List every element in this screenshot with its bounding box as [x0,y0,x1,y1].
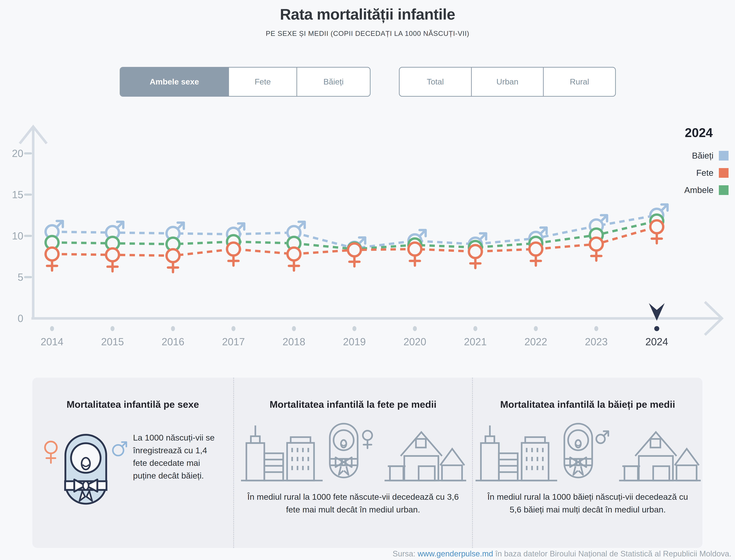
year-dot [352,326,356,331]
page-title: Rata mortalității infantile [0,5,735,23]
marker-male-2021 [469,233,486,251]
x-axis-label-2018: 2018 [270,336,317,348]
series-line-Ambele [52,221,657,249]
source-note: Sursa: www.genderpulse.md în baza datelo… [393,549,731,558]
card-girls-by-medium: Mortalitatea infantilă la fete pe medii [233,378,472,548]
legend-label: Băieți [692,151,713,161]
x-axis-label-2019: 2019 [331,336,378,348]
swaddled-baby-icon [330,424,372,477]
both-color-swatch [719,185,729,195]
year-dot [171,326,175,331]
sex-filter-group: Ambele sexe Fete Băieți [120,67,371,97]
genderpulse-infant-mortality-page: Rata mortalității infantile PE SEXE ȘI M… [0,0,735,560]
y-axis-arrow [20,127,47,143]
marker-circle-2021 [469,241,482,254]
page-subtitle: PE SEXE ȘI MEDII (COPII DECEDAȚI LA 1000… [0,30,735,37]
card-title: Mortalitatea infantilă la fete pe medii [234,399,472,410]
card-text: La 1000 născuți-vii se înregistrează cu … [133,431,223,517]
medium-filter-urban[interactable]: Urban [471,68,543,96]
marker-male-2018 [287,222,305,239]
marker-circle-2018 [287,237,300,250]
medium-filter-group: Total Urban Rural [399,67,616,97]
card-boys-by-medium: Mortalitatea infantilă la băieți pe medi… [472,378,703,548]
year-dot [534,326,538,331]
marker-female-2015 [106,248,119,271]
female-icon [363,431,372,448]
y-axis-label-20: 20 [1,147,23,159]
marker-female-2017 [227,243,240,266]
male-icon [596,431,608,443]
village-icon [385,432,466,481]
year-selector-handle[interactable] [649,303,665,331]
year-dot [292,326,296,331]
urban-baby-rural-male-icon [473,421,703,484]
marker-female-2020 [409,243,421,266]
marker-male-2017 [227,223,244,241]
year-dot [231,326,235,331]
sex-filter-ambele-sexe[interactable]: Ambele sexe [120,68,228,96]
legend-label: Fete [696,168,713,178]
genderpulse-link[interactable]: www.genderpulse.md [418,549,493,558]
year-dot [594,326,598,331]
chart-legend: 2024 Băieți Fete Ambele [630,126,729,202]
x-axis-arrow [705,302,722,335]
marker-female-2021 [469,245,482,268]
legend-item-ambele: Ambele [630,185,729,195]
marker-circle-2017 [227,235,240,248]
marker-female-2024 [650,220,663,243]
medium-filter-total[interactable]: Total [400,68,471,96]
insight-cards: Mortalitatea infantilă pe sexe [32,378,703,548]
marker-female-2016 [166,249,179,272]
x-axis-label-2021: 2021 [452,336,499,348]
y-axis-label-0: 0 [1,312,23,324]
marker-female-2023 [590,238,603,261]
year-dot [50,326,54,331]
source-suffix: în baza datelor Biroului Național de Sta… [495,549,731,558]
card-title: Mortalitatea infantilă pe sexe [32,399,233,410]
marker-female-2022 [529,243,542,266]
x-axis-label-2020: 2020 [392,336,438,348]
marker-male-2024 [650,204,668,222]
village-icon [619,432,701,481]
card-text: În mediul rural la 1000 fete născute-vii… [234,491,472,516]
boys-color-swatch [719,151,729,161]
marker-male-2015 [106,222,123,239]
marker-circle-2023 [590,229,603,241]
y-axis-label-10: 10 [1,230,23,242]
x-axis-label-2017: 2017 [210,336,257,348]
urban-baby-rural-female-icon [238,421,468,484]
marker-female-2014 [46,248,58,270]
marker-male-2014 [46,221,63,238]
x-axis-label-2022: 2022 [513,336,559,348]
legend-label: Ambele [684,185,713,195]
sex-filter-fete[interactable]: Fete [228,68,296,96]
marker-circle-2020 [409,239,421,251]
card-text: În mediul rural la 1000 băieți născuți-v… [473,491,703,516]
marker-male-2020 [409,230,426,247]
card-title: Mortalitatea infantilă la băieți pe medi… [473,399,703,410]
swaddled-baby-icon [564,424,608,477]
city-icon [241,425,322,481]
year-dot [473,326,477,331]
series-line-Fete [52,227,657,256]
marker-circle-2019 [348,243,361,256]
x-axis-label-2024: 2024 [633,336,680,348]
card-mortality-by-sex: Mortalitatea infantilă pe sexe [32,378,233,548]
girls-color-swatch [719,168,729,178]
legend-selected-year: 2024 [630,126,729,140]
x-axis-label-2016: 2016 [150,336,196,348]
x-axis-label-2023: 2023 [573,336,620,348]
sex-filter-baieti[interactable]: Băieți [296,68,370,96]
medium-filter-rural[interactable]: Rural [543,68,615,96]
legend-item-baieti: Băieți [630,151,729,161]
marker-circle-2014 [46,236,58,249]
y-axis-label-15: 15 [1,189,23,201]
y-axis-label-5: 5 [1,271,23,283]
x-axis-label-2014: 2014 [29,336,75,348]
marker-female-2019 [348,243,361,266]
year-dot [413,326,417,331]
city-icon [476,425,557,481]
marker-male-2016 [166,223,184,240]
marker-male-2022 [529,228,547,245]
marker-circle-2022 [529,237,542,250]
